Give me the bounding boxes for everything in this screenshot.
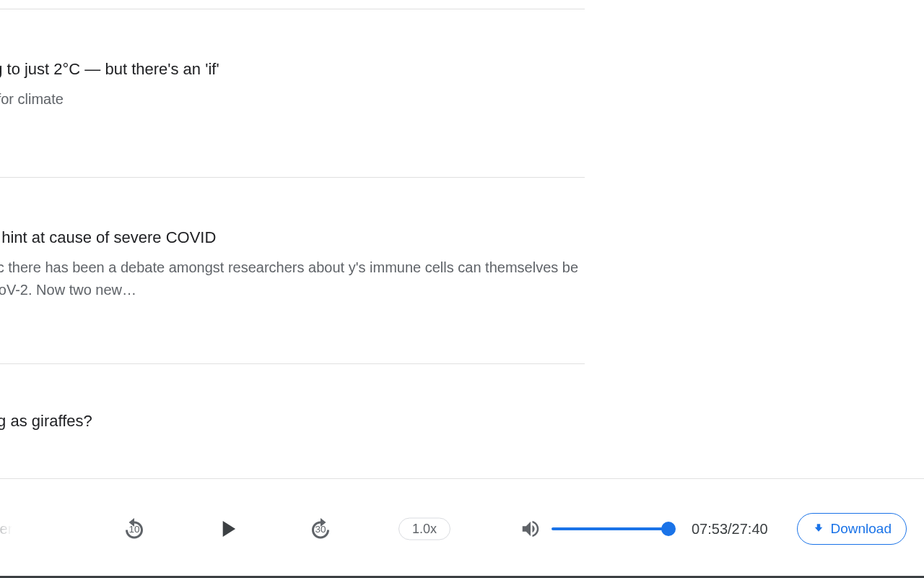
audio-player-bar: ke you a better 10 30 1.0x 07:53/27:40: [0, 478, 924, 578]
svg-text:10: 10: [128, 524, 139, 535]
episode-item[interactable]: mit global warming to just 2°C — but the…: [0, 9, 585, 177]
download-label: Download: [831, 521, 892, 537]
playback-speed-button[interactable]: 1.0x: [398, 517, 450, 540]
download-button[interactable]: Download: [797, 513, 907, 545]
episode-description: ning of the pandemic there has been a de…: [0, 256, 585, 301]
volume-icon[interactable]: [520, 518, 541, 540]
svg-text:30: 30: [315, 524, 326, 535]
episode-list: mit global warming to just 2°C — but the…: [0, 0, 585, 457]
now-playing-title: ke you a better: [0, 520, 12, 537]
episode-title: ole rats live as long as giraffes?: [0, 410, 585, 433]
play-icon[interactable]: [214, 515, 241, 543]
episode-title: cted immune cells hint at cause of sever…: [0, 227, 585, 249]
episode-item[interactable]: ole rats live as long as giraffes?: [0, 364, 585, 457]
episode-title: mit global warming to just 2°C — but the…: [0, 59, 585, 81]
forward-30-icon[interactable]: 30: [308, 516, 334, 542]
volume-slider-thumb[interactable]: [661, 522, 676, 536]
time-display: 07:53/27:40: [692, 520, 768, 537]
rewind-10-icon[interactable]: 10: [121, 516, 147, 542]
volume-slider[interactable]: [552, 527, 670, 530]
episode-item[interactable]: cted immune cells hint at cause of sever…: [0, 178, 585, 363]
episode-description: 26 promises will do for climate: [0, 88, 585, 111]
